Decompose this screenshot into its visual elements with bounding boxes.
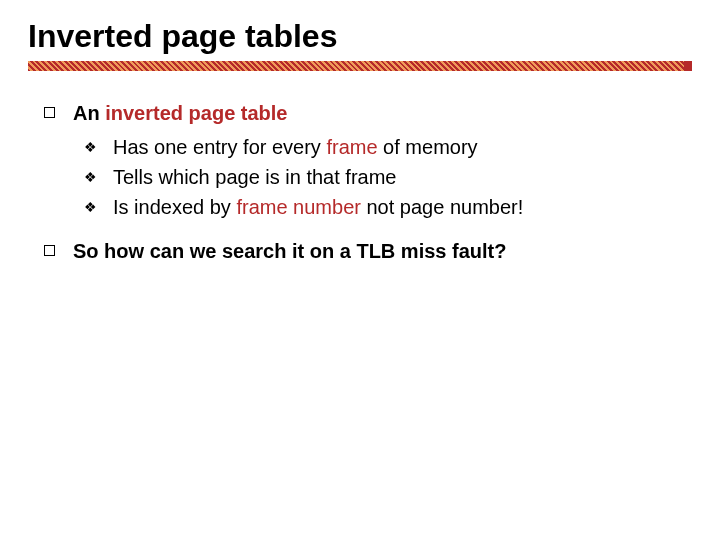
diamond-bullet-icon: ❖ [84, 167, 97, 187]
sub1-highlight: frame [326, 136, 377, 158]
bullet-2-text: So how can we search it on a TLB miss fa… [73, 237, 692, 265]
square-bullet-icon [44, 245, 55, 256]
bullet-1-sub-1-text: Has one entry for every frame of memory [113, 133, 692, 161]
sub1-post: of memory [378, 136, 478, 158]
diamond-bullet-icon: ❖ [84, 197, 97, 217]
bullet-1: An inverted page table [44, 99, 692, 127]
spacer [28, 223, 692, 237]
slide-title: Inverted page tables [28, 18, 692, 55]
bullet-2: So how can we search it on a TLB miss fa… [44, 237, 692, 265]
bullet-1-lead-highlight: inverted page table [105, 102, 287, 124]
slide-content: An inverted page table ❖ Has one entry f… [28, 99, 692, 265]
diamond-bullet-icon: ❖ [84, 137, 97, 157]
square-bullet-icon [44, 107, 55, 118]
bullet-1-sub-1: ❖ Has one entry for every frame of memor… [84, 133, 692, 161]
bullet-1-lead-pre: An [73, 102, 105, 124]
sub3-pre: Is indexed by [113, 196, 236, 218]
slide: Inverted page tables An inverted page ta… [0, 0, 720, 540]
sub1-pre: Has one entry for every [113, 136, 326, 158]
bullet-1-sub-3-text: Is indexed by frame number not page numb… [113, 193, 692, 221]
bullet-1-sub-3: ❖ Is indexed by frame number not page nu… [84, 193, 692, 221]
bullet-2-lead: So how can we search it on a TLB miss fa… [73, 240, 506, 262]
bullet-1-text: An inverted page table [73, 99, 692, 127]
sub3-highlight: frame number [236, 196, 361, 218]
sub3-post: not page number! [361, 196, 523, 218]
bullet-1-sub-2-text: Tells which page is in that frame [113, 163, 692, 191]
bullet-1-lead: An inverted page table [73, 102, 288, 124]
title-divider [28, 61, 692, 71]
bullet-1-sub-2: ❖ Tells which page is in that frame [84, 163, 692, 191]
